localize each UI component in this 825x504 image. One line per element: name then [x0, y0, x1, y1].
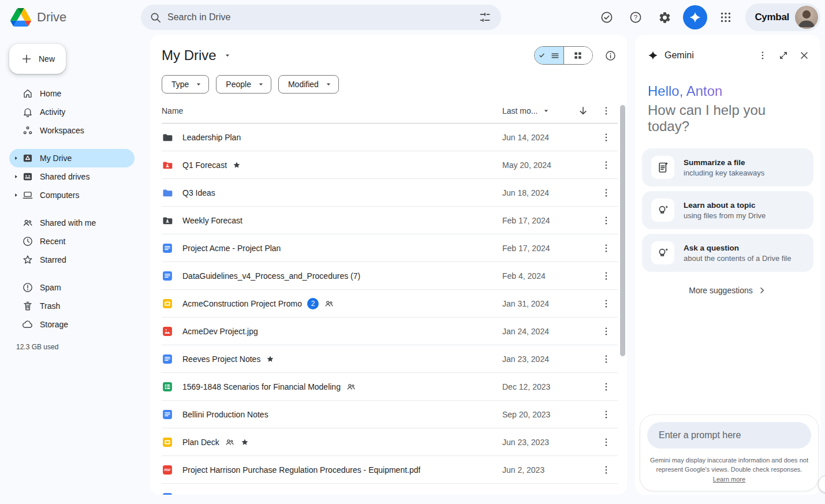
page-title[interactable]: My Drive	[162, 47, 232, 64]
sort-direction-button[interactable]	[572, 105, 595, 117]
lightbulb-spark-icon	[651, 241, 674, 264]
file-menu-button[interactable]	[595, 437, 618, 447]
suggestion-card-ask-a-question[interactable]: Ask a questionabout the contents of a Dr…	[642, 234, 813, 272]
file-row-partial[interactable]	[162, 484, 618, 495]
caret-right-icon[interactable]	[13, 192, 22, 198]
file-row-acmedev-project-jpg[interactable]: AcmeDev Project.jpgJan 24, 2024	[162, 318, 618, 345]
file-menu-button[interactable]	[595, 409, 618, 420]
more-vertical-icon	[601, 106, 611, 116]
suggestion-card-summarize-a-file[interactable]: Summarize a fileincluding key takeaways	[642, 148, 813, 186]
file-row-dataguidelines-v4-process-and-procedures-7[interactable]: DataGuidelines_v4_Process_and_Procedures…	[162, 262, 618, 290]
file-row-acmeconstruction-project-promo[interactable]: AcmeConstruction Project Promo2Jan 31, 2…	[162, 290, 618, 318]
main-content: My Drive TypePeopleModified Name Last mo…	[150, 35, 627, 495]
account-pill[interactable]: Cymbal	[745, 3, 820, 31]
filter-chip-type[interactable]: Type	[162, 75, 209, 94]
file-menu-button[interactable]	[595, 188, 618, 198]
more-vertical-icon	[601, 409, 611, 420]
topbar: Drive ? Cymbal	[0, 0, 825, 35]
sidebar-item-workspaces[interactable]: Workspaces	[9, 121, 135, 140]
list-options-button[interactable]	[595, 106, 618, 116]
file-name-text: Bellini Production Notes	[182, 410, 268, 419]
more-vertical-icon	[601, 215, 611, 226]
folder-blue-icon	[162, 187, 173, 199]
name-column-header[interactable]: Name	[162, 106, 502, 115]
more-vertical-button[interactable]	[752, 45, 773, 66]
sidebar-item-shared-drives[interactable]: Shared drives	[9, 167, 135, 186]
search-bar[interactable]	[141, 5, 501, 30]
avatar[interactable]	[795, 6, 818, 29]
offline-status-button[interactable]	[594, 5, 619, 30]
file-row-bellini-production-notes[interactable]: Bellini Production NotesSep 20, 2023	[162, 401, 618, 428]
more-vertical-icon	[601, 298, 611, 309]
expand-button[interactable]	[773, 45, 794, 66]
settings-button[interactable]	[652, 5, 677, 30]
more-vertical-icon	[601, 437, 611, 447]
sidebar-item-label: Starred	[40, 255, 66, 264]
more-suggestions-button[interactable]: More suggestions	[635, 286, 820, 295]
sidebar-item-my-drive[interactable]: My Drive	[9, 149, 135, 167]
file-menu-button[interactable]	[595, 215, 618, 226]
suggestion-card-learn-about-a-topic[interactable]: Learn about a topicusing files from my D…	[642, 191, 813, 229]
more-vertical-icon	[601, 243, 611, 253]
file-menu-button[interactable]	[595, 465, 618, 475]
file-menu-button[interactable]	[595, 132, 618, 143]
file-modified-date: Sep 20, 2023	[502, 410, 595, 419]
modified-column-header[interactable]: Last mo...	[502, 106, 572, 115]
search-icon[interactable]	[149, 11, 162, 24]
filter-chip-modified[interactable]: Modified	[278, 75, 339, 94]
sidebar-item-shared-with-me[interactable]: Shared with me	[9, 214, 135, 232]
info-icon[interactable]	[604, 50, 617, 62]
gemini-spark-button[interactable]	[683, 5, 707, 29]
file-row-plan-deck[interactable]: Plan DeckJun 23, 2023	[162, 428, 618, 456]
sidebar-item-computers[interactable]: Computers	[9, 186, 135, 204]
help-button[interactable]: ?	[623, 5, 648, 30]
sidebar-item-spam[interactable]: Spam	[9, 278, 135, 297]
close-button[interactable]	[794, 45, 815, 66]
topbar-actions: ? Cymbal	[594, 3, 825, 31]
caret-right-icon[interactable]	[13, 174, 22, 180]
file-row-q1-forecast[interactable]: Q1 ForecastMay 20, 2024	[162, 151, 618, 179]
sidebar-item-home[interactable]: Home	[9, 84, 135, 103]
sidebar-item-starred[interactable]: Starred	[9, 251, 135, 269]
star-icon	[266, 354, 275, 364]
drive-brand[interactable]: Drive	[0, 8, 141, 27]
folder-shared-red-icon	[162, 159, 173, 171]
file-row-q3-ideas[interactable]: Q3 IdeasJun 18, 2024	[162, 179, 618, 207]
file-row-project-acme-project-plan[interactable]: Project Acme - Project PlanFeb 17, 2024	[162, 234, 618, 262]
new-button[interactable]: New	[9, 44, 66, 74]
file-row-weekly-forecast[interactable]: Weekly ForecastFeb 17, 2024	[162, 207, 618, 234]
file-row-reeves-project-notes[interactable]: Reeves Project NotesJan 23, 2024	[162, 345, 618, 373]
learn-more-link[interactable]: Learn more	[713, 476, 745, 483]
advanced-search-button[interactable]	[473, 6, 497, 29]
file-row-leadership-plan[interactable]: Leadership PlanJun 14, 2024	[162, 124, 618, 151]
file-menu-button[interactable]	[595, 243, 618, 253]
view-toggle	[534, 46, 593, 65]
cloud-icon	[22, 319, 33, 330]
spam-icon	[22, 282, 33, 293]
more-vertical-icon	[601, 132, 611, 143]
file-menu-button[interactable]	[595, 326, 618, 337]
grid-view-button[interactable]	[563, 47, 593, 64]
sidebar-item-trash[interactable]: Trash	[9, 297, 135, 315]
file-menu-button[interactable]	[595, 160, 618, 170]
sidebar-item-activity[interactable]: Activity	[9, 103, 135, 121]
file-menu-button[interactable]	[595, 382, 618, 392]
file-menu-button[interactable]	[595, 298, 618, 309]
sidebar-item-recent[interactable]: Recent	[9, 232, 135, 251]
file-menu-button[interactable]	[595, 271, 618, 281]
apps-grid-button[interactable]	[713, 5, 738, 30]
star-icon	[232, 160, 241, 170]
search-input[interactable]	[167, 12, 468, 23]
arrow-down-icon	[577, 105, 589, 117]
list-view-button[interactable]	[535, 47, 563, 64]
filter-chip-people[interactable]: People	[216, 75, 271, 94]
file-menu-button[interactable]	[595, 354, 618, 364]
sidebar-item-storage[interactable]: Storage	[9, 315, 135, 334]
scrollbar[interactable]	[620, 105, 625, 356]
file-row-project-harrison-purchase-regulation-procedures-equipment-pdf[interactable]: PDFProject Harrison Purchase Regulation …	[162, 456, 618, 484]
caret-right-icon[interactable]	[13, 155, 22, 161]
file-name: Plan Deck	[182, 437, 502, 447]
file-row-1569-1848-scenarios-for-financial-modeling[interactable]: 1569-1848 Scenarios for Financial Modeli…	[162, 373, 618, 401]
gemini-prompt-input[interactable]	[647, 422, 811, 449]
file-name: Q1 Forecast	[182, 160, 502, 170]
